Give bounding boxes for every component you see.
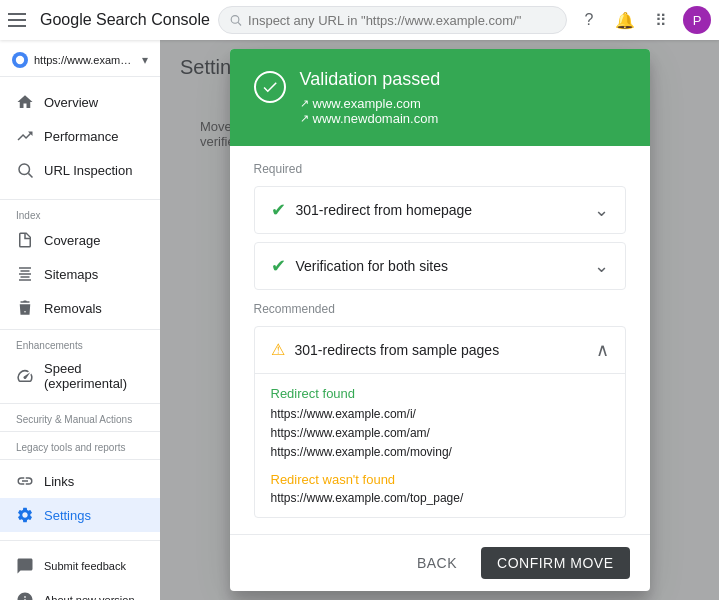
site-dropdown-icon: ▾ xyxy=(142,53,148,67)
links-icon xyxy=(16,472,34,490)
main-layout: https://www.example.com/ ▾ Overview Perf… xyxy=(0,40,719,600)
recommended-section: Recommended ⚠ 301-redirects from sample … xyxy=(254,302,626,519)
site-icon xyxy=(12,52,28,68)
validation-check-circle xyxy=(254,71,286,103)
sidebar-item-settings[interactable]: Settings xyxy=(0,498,160,532)
modal-body: Required ✔ 301-redirect from homepage ⌄ … xyxy=(230,146,650,535)
modal-title: Validation passed xyxy=(300,69,441,90)
sidebar-item-speed[interactable]: Speed (experimental) xyxy=(0,353,160,399)
enhancements-label: Enhancements xyxy=(0,334,160,353)
sidebar-label-removals: Removals xyxy=(44,301,102,316)
divider-1 xyxy=(0,199,160,200)
redirect-found-url-1: https://www.example.com/am/ xyxy=(271,424,609,443)
expanded-body: Redirect found https://www.example.com/i… xyxy=(255,373,625,518)
modal-domain2: www.newdomain.com xyxy=(313,111,439,126)
svg-point-0 xyxy=(231,16,239,24)
check-icon xyxy=(261,78,279,96)
notification-icon[interactable]: 🔔 xyxy=(611,6,639,34)
modal-footer: BACK CONFIRM MOVE xyxy=(230,534,650,591)
modal-header: Validation passed ↗ www.example.com ↗ ww… xyxy=(230,49,650,146)
index-section-label: Index xyxy=(0,204,160,223)
sidebar-item-submit-feedback[interactable]: Submit feedback xyxy=(0,549,160,583)
check-item-redirect[interactable]: ✔ 301-redirect from homepage ⌄ xyxy=(254,186,626,234)
header-icons: ? 🔔 ⠿ P xyxy=(575,6,711,34)
feedback-icon xyxy=(16,557,34,575)
overlay: Validation passed ↗ www.example.com ↗ ww… xyxy=(160,40,719,600)
sidebar-item-removals[interactable]: Removals xyxy=(0,291,160,325)
divider-4 xyxy=(0,431,160,432)
url-inspect-icon xyxy=(16,161,34,179)
sidebar-label-sitemaps: Sitemaps xyxy=(44,267,98,282)
back-button[interactable]: BACK xyxy=(401,547,473,579)
expanded-item: ⚠ 301-redirects from sample pages ∧ Redi… xyxy=(254,326,626,519)
sidebar-item-overview[interactable]: Overview xyxy=(0,85,160,119)
help-icon[interactable]: ? xyxy=(575,6,603,34)
sidebar-item-coverage[interactable]: Coverage xyxy=(0,223,160,257)
sidebar-label-settings: Settings xyxy=(44,508,91,523)
check-item-text-1: Verification for both sites xyxy=(296,258,449,274)
check-item-left-0: ✔ 301-redirect from homepage xyxy=(271,199,473,221)
search-bar[interactable] xyxy=(218,6,567,34)
top-header: Google Search Console ? 🔔 ⠿ P xyxy=(0,0,719,40)
expanded-header-left: ⚠ 301-redirects from sample pages xyxy=(271,340,500,359)
domain2-icon: ↗ xyxy=(300,112,309,125)
sidebar-item-links[interactable]: Links xyxy=(0,464,160,498)
svg-point-2 xyxy=(16,56,24,64)
info-icon xyxy=(16,591,34,600)
chevron-up-icon: ∧ xyxy=(596,339,609,361)
site-url: https://www.example.com/ xyxy=(34,54,136,66)
sidebar-label-url-inspection: URL Inspection xyxy=(44,163,132,178)
required-label: Required xyxy=(254,162,626,176)
sidebar: https://www.example.com/ ▾ Overview Perf… xyxy=(0,40,160,600)
redirect-found-label: Redirect found xyxy=(271,386,609,401)
coverage-icon xyxy=(16,231,34,249)
redirect-found-url-2: https://www.example.com/moving/ xyxy=(271,443,609,462)
modal-header-text: Validation passed ↗ www.example.com ↗ ww… xyxy=(300,69,441,126)
sidebar-item-about-new[interactable]: About new version xyxy=(0,583,160,600)
sidebar-label-overview: Overview xyxy=(44,95,98,110)
check-item-verification[interactable]: ✔ Verification for both sites ⌄ xyxy=(254,242,626,290)
nav-section-main: Overview Performance URL Inspection xyxy=(0,77,160,195)
green-check-0: ✔ xyxy=(271,199,286,221)
site-selector[interactable]: https://www.example.com/ ▾ xyxy=(0,44,160,77)
modal-domain1: www.example.com xyxy=(313,96,421,111)
check-item-left-1: ✔ Verification for both sites xyxy=(271,255,449,277)
sidebar-item-url-inspection[interactable]: URL Inspection xyxy=(0,153,160,187)
svg-point-3 xyxy=(19,164,30,175)
warning-icon: ⚠ xyxy=(271,340,285,359)
sidebar-item-sitemaps[interactable]: Sitemaps xyxy=(0,257,160,291)
sidebar-label-links: Links xyxy=(44,474,74,489)
modal-domains: ↗ www.example.com ↗ www.newdomain.com xyxy=(300,96,441,126)
hamburger-icon[interactable] xyxy=(8,8,32,32)
recommended-label: Recommended xyxy=(254,302,626,316)
avatar[interactable]: P xyxy=(683,6,711,34)
sidebar-label-submit-feedback: Submit feedback xyxy=(44,560,126,572)
removals-icon xyxy=(16,299,34,317)
sitemaps-icon xyxy=(16,265,34,283)
app-title: Google Search Console xyxy=(40,11,210,29)
expanded-header[interactable]: ⚠ 301-redirects from sample pages ∧ xyxy=(255,327,625,373)
apps-icon[interactable]: ⠿ xyxy=(647,6,675,34)
redirect-not-found-url-0: https://www.example.com/top_page/ xyxy=(271,491,609,505)
main-content: Settings Change of Address Move your sit… xyxy=(160,40,719,600)
svg-line-4 xyxy=(28,173,32,177)
chevron-down-icon-0: ⌄ xyxy=(594,199,609,221)
search-input[interactable] xyxy=(248,13,556,28)
confirm-move-button[interactable]: CONFIRM MOVE xyxy=(481,547,629,579)
sidebar-label-about-new: About new version xyxy=(44,594,135,600)
sidebar-label-coverage: Coverage xyxy=(44,233,100,248)
divider-5 xyxy=(0,459,160,460)
settings-icon xyxy=(16,506,34,524)
sidebar-item-performance[interactable]: Performance xyxy=(0,119,160,153)
redirect-not-found-label: Redirect wasn't found xyxy=(271,472,609,487)
redirect-found-url-0: https://www.example.com/i/ xyxy=(271,405,609,424)
recommended-item-text: 301-redirects from sample pages xyxy=(295,342,500,358)
trending-icon xyxy=(16,127,34,145)
green-check-1: ✔ xyxy=(271,255,286,277)
domain1-icon: ↗ xyxy=(300,97,309,110)
check-item-text-0: 301-redirect from homepage xyxy=(296,202,473,218)
divider-3 xyxy=(0,403,160,404)
search-icon xyxy=(229,13,242,27)
divider-2 xyxy=(0,329,160,330)
sidebar-label-performance: Performance xyxy=(44,129,118,144)
